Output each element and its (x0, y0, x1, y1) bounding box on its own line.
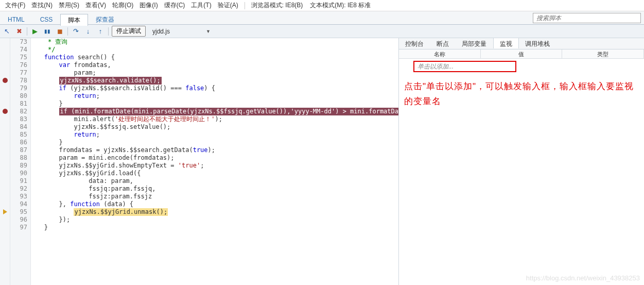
code-line[interactable]: } (31, 139, 398, 146)
code-line[interactable]: }); (31, 216, 398, 224)
code-line[interactable]: if (yjzxNs.$$search.isValid() === false)… (31, 85, 398, 92)
code-line[interactable]: data: param, (31, 177, 398, 185)
stop-debug-button[interactable]: 停止调试 (112, 26, 146, 37)
main-tab[interactable]: 脚本 (60, 14, 88, 26)
main-tab[interactable]: 探查器 (88, 13, 122, 25)
main-area: 7374757677787980818283848586878889909192… (0, 38, 644, 285)
menu-item[interactable]: 轮廓(O) (109, 1, 136, 10)
line-number: 73 (10, 38, 30, 46)
code-line[interactable]: param; (31, 69, 398, 77)
menu-item[interactable]: 文件(F) (2, 1, 28, 10)
code-line[interactable]: fromdatas = yjzxNs.$$search.getData(true… (31, 146, 398, 154)
code-line[interactable]: } (31, 224, 398, 231)
breakpoint-cell[interactable] (0, 100, 10, 108)
breakpoint-cell[interactable] (0, 224, 10, 231)
code-line[interactable]: yjzxNs.$$search.validate(); (31, 77, 398, 85)
annotation-text: 点击"单击以添加"，可以触发输入框，输入框输入要监视的变量名 (401, 72, 642, 109)
right-tab[interactable]: 断点 (430, 38, 456, 49)
breakpoint-cell[interactable] (0, 216, 10, 224)
menu-item[interactable]: 工具(T) (188, 1, 214, 10)
breakpoint-cell[interactable] (0, 54, 10, 61)
menu-item[interactable]: 查看(V) (82, 1, 109, 10)
right-tab[interactable]: 调用堆栈 (519, 38, 556, 49)
code-line[interactable]: } (31, 100, 398, 108)
code-line[interactable]: fssjz:param.fssjz (31, 193, 398, 200)
line-number: 89 (10, 162, 30, 170)
step-into-icon[interactable]: ↓ (83, 27, 93, 36)
code-line[interactable]: }, function (data) { (31, 200, 398, 208)
main-tab[interactable]: HTML (0, 13, 32, 25)
code-line[interactable]: yjzxNs.$$yjGrid.showEmptyText = 'true'; (31, 162, 398, 170)
breakpoint-cell[interactable] (0, 193, 10, 200)
search-input[interactable] (533, 13, 641, 23)
watch-add-input[interactable]: 单击以添加... (413, 61, 516, 72)
breakpoint-cell[interactable] (0, 139, 10, 146)
code-area[interactable]: * 查询 */ function search() { var fromdata… (31, 38, 398, 285)
code-line[interactable]: * 查询 (31, 38, 398, 46)
watch-col-name: 名称 (399, 49, 481, 58)
code-line[interactable]: yjzxNs.$$yjGrid.load({ (31, 170, 398, 177)
browser-mode-label[interactable]: 浏览器模式: IE8(B) (248, 0, 306, 11)
line-number-gutter: 7374757677787980818283848586878889909192… (10, 38, 31, 285)
breakpoint-cell[interactable] (0, 208, 10, 216)
breakpoint-cell[interactable] (0, 162, 10, 170)
breakpoint-cell[interactable] (0, 177, 10, 185)
toolbar: ↖ ✖ ▶ ▮▮ ◼ ↷ ↓ ↑ 停止调试 yjdd.js ▼ (0, 25, 644, 38)
breakpoint-cell[interactable] (0, 38, 10, 46)
code-line[interactable]: yjzxNs.$$yjGrid.unmask(); (31, 208, 398, 216)
breakpoint-cell[interactable] (0, 61, 10, 69)
main-tab[interactable]: CSS (32, 13, 61, 25)
menu-item[interactable]: 图像(I) (136, 1, 161, 10)
code-line[interactable]: mini.alert('处理时间起不能大于处理时间止！'); (31, 115, 398, 123)
current-file-label: yjdd.js (152, 28, 170, 35)
cursor-icon[interactable]: ↖ (2, 27, 11, 36)
code-line[interactable]: if (mini.formatDate(mini.parseDate(yjzxN… (31, 108, 398, 115)
breakpoint-cell[interactable] (0, 131, 10, 139)
line-number: 80 (10, 92, 30, 100)
breakpoint-cell[interactable] (0, 85, 10, 92)
breakpoint-cell[interactable] (0, 170, 10, 177)
code-line[interactable]: function search() { (31, 54, 398, 61)
code-line[interactable]: return; (31, 131, 398, 139)
step-out-icon[interactable]: ↑ (96, 27, 105, 36)
line-number: 82 (10, 108, 30, 115)
doc-mode-label[interactable]: 文本模式(M): IE8 标准 (307, 0, 374, 11)
play-icon[interactable]: ▶ (30, 27, 40, 36)
right-tab[interactable]: 监视 (493, 38, 519, 48)
breakpoint-cell[interactable] (0, 154, 10, 162)
pause-icon[interactable]: ▮▮ (43, 27, 52, 36)
line-number: 81 (10, 100, 30, 108)
breakpoint-cell[interactable] (0, 185, 10, 193)
code-line[interactable]: */ (31, 46, 398, 54)
breakpoint-cell[interactable] (0, 146, 10, 154)
stop-square-icon[interactable]: ◼ (55, 27, 64, 36)
right-tab[interactable]: 控制台 (399, 38, 430, 49)
code-line[interactable]: param = mini.encode(fromdatas); (31, 154, 398, 162)
menu-item[interactable]: 禁用(S) (56, 1, 82, 10)
breakpoint-cell[interactable] (0, 115, 10, 123)
clear-icon[interactable]: ✖ (14, 27, 24, 36)
breakpoint-cell[interactable] (0, 77, 10, 85)
menu-item[interactable]: 缓存(C) (161, 1, 188, 10)
code-line[interactable]: return; (31, 92, 398, 100)
code-line[interactable]: fssjq:param.fssjq, (31, 185, 398, 193)
line-number: 92 (10, 185, 30, 193)
right-tab[interactable]: 局部变量 (456, 38, 493, 49)
breakpoint-cell[interactable] (0, 92, 10, 100)
breakpoint-cell[interactable] (0, 200, 10, 208)
breakpoint-cell[interactable] (0, 69, 10, 77)
breakpoint-cell[interactable] (0, 108, 10, 115)
menu-item[interactable]: 查找(N) (28, 1, 56, 10)
menu-item[interactable]: 验证(A) (215, 1, 241, 10)
code-line[interactable]: yjzxNs.$$fssjq.setValue(); (31, 123, 398, 131)
watch-col-type: 类型 (562, 49, 644, 58)
editor-pane: 7374757677787980818283848586878889909192… (0, 38, 399, 285)
breakpoint-cell[interactable] (0, 123, 10, 131)
code-line[interactable]: var fromdatas, (31, 61, 398, 69)
breakpoint-cell[interactable] (0, 46, 10, 54)
line-number: 75 (10, 54, 30, 61)
file-selector[interactable]: yjdd.js ▼ (149, 27, 214, 36)
breakpoint-gutter[interactable] (0, 38, 10, 285)
step-over-icon[interactable]: ↷ (71, 27, 80, 36)
exec-arrow-icon (3, 209, 7, 214)
